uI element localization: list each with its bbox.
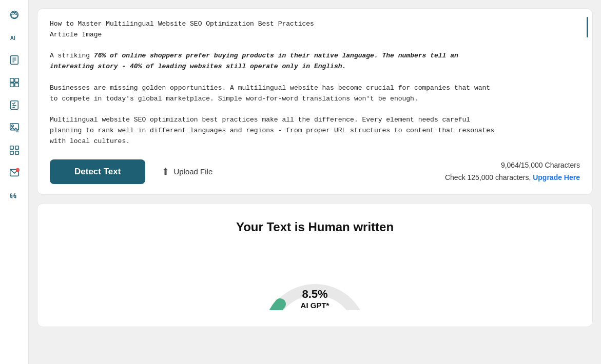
upgrade-prompt: Check 125,000 characters, Upgrade Here	[445, 172, 580, 184]
svg-rect-9	[14, 83, 18, 87]
svg-point-21	[15, 168, 19, 172]
svg-rect-16	[10, 146, 13, 149]
char-info: 9,064/15,000 Characters Check 125,000 ch…	[445, 159, 580, 184]
text-input-card: How to Master Multilingual Website SEO O…	[37, 8, 593, 195]
svg-rect-10	[10, 101, 18, 110]
gauge-needle-dot	[276, 300, 284, 308]
svg-text:AI: AI	[10, 35, 15, 41]
gauge-center-text: 8.5% AI GPT*	[301, 288, 329, 310]
document-lines-icon[interactable]	[5, 50, 24, 70]
mail-icon[interactable]	[5, 163, 24, 183]
svg-rect-7	[14, 78, 18, 82]
main-content: How to Master Multilingual Website SEO O…	[29, 0, 601, 364]
svg-rect-18	[10, 151, 13, 154]
action-row: Detect Text ⬆ Upload File 9,064/15,000 C…	[50, 159, 580, 184]
gauge-label: AI GPT*	[301, 301, 329, 310]
dashboard-icon[interactable]	[5, 140, 24, 160]
image-search-icon[interactable]	[5, 118, 24, 137]
char-count: 9,064/15,000 Characters	[445, 159, 580, 172]
upload-icon: ⬆	[162, 166, 169, 177]
result-card: Your Text is Human written 8.5% AI GPT*	[37, 203, 593, 327]
upload-file-button[interactable]: ⬆ Upload File	[162, 166, 212, 177]
svg-point-14	[11, 125, 13, 127]
brain-logo-icon[interactable]	[5, 5, 24, 25]
scroll-indicator	[587, 17, 588, 37]
upgrade-link[interactable]: Upgrade Here	[533, 173, 580, 181]
svg-rect-17	[15, 146, 18, 149]
svg-rect-19	[15, 151, 18, 154]
article-text[interactable]: How to Master Multilingual Website SEO O…	[50, 19, 580, 147]
gauge-chart: 8.5% AI GPT*	[259, 249, 372, 310]
quote-icon[interactable]	[5, 186, 24, 205]
svg-rect-8	[10, 83, 13, 87]
translate-grid-icon[interactable]	[5, 73, 24, 92]
ai-text-icon[interactable]: AI	[5, 28, 24, 47]
svg-rect-6	[10, 78, 13, 82]
checklist-icon[interactable]	[5, 95, 24, 115]
gauge-percentage: 8.5%	[301, 288, 329, 301]
result-title: Your Text is Human written	[236, 220, 394, 234]
upload-button-label: Upload File	[173, 167, 212, 176]
detect-text-button[interactable]: Detect Text	[50, 159, 145, 184]
sidebar: AI	[0, 0, 29, 364]
